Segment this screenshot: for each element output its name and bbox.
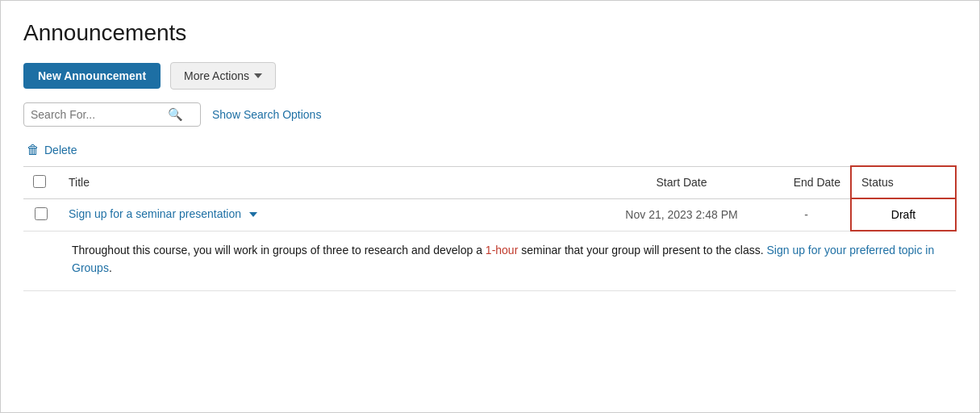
delete-link[interactable]: Delete	[44, 144, 77, 156]
select-all-checkbox[interactable]	[33, 175, 46, 188]
row-checkbox[interactable]	[35, 207, 48, 220]
col-header-start-date: Start Date	[601, 166, 762, 198]
announcement-title-link[interactable]: Sign up for a seminar presentation	[69, 207, 241, 220]
preview-text: Throughout this course, you will work in…	[72, 244, 934, 274]
col-header-title: Title	[59, 166, 601, 198]
col-header-checkbox	[23, 166, 59, 198]
search-input[interactable]	[31, 108, 168, 121]
preview-part3: .	[109, 261, 112, 274]
preview-content-cell: Throughout this course, you will work in…	[59, 231, 956, 290]
announcements-table: Title Start Date End Date Status Sign up…	[23, 165, 957, 291]
row-start-date: Nov 21, 2023 2:48 PM	[601, 198, 762, 231]
chevron-down-icon	[254, 73, 262, 78]
delete-bar: 🗑 Delete	[23, 143, 957, 157]
page-title: Announcements	[23, 20, 957, 46]
title-chevron-icon[interactable]	[249, 212, 257, 217]
row-title-cell: Sign up for a seminar presentation	[59, 198, 601, 231]
preview-row: Throughout this course, you will work in…	[23, 231, 956, 290]
preview-part2: seminar that your group will present to …	[518, 244, 766, 257]
col-header-status: Status	[851, 166, 956, 198]
table-row: Sign up for a seminar presentation Nov 2…	[23, 198, 956, 231]
preview-cell-empty	[23, 231, 59, 290]
show-search-options-link[interactable]: Show Search Options	[212, 108, 321, 121]
search-row: 🔍 Show Search Options	[23, 102, 957, 127]
preview-part1: Throughout this course, you will work in…	[72, 244, 486, 257]
row-checkbox-cell	[23, 198, 59, 231]
page-container: Announcements New Announcement More Acti…	[0, 0, 980, 413]
col-header-end-date: End Date	[762, 166, 851, 198]
trash-icon: 🗑	[27, 143, 40, 157]
preview-highlight: 1-hour	[486, 244, 518, 257]
search-icon: 🔍	[168, 107, 183, 122]
search-box: 🔍	[23, 102, 201, 127]
row-status: Draft	[851, 198, 956, 231]
more-actions-label: More Actions	[184, 69, 249, 82]
more-actions-button[interactable]: More Actions	[170, 62, 276, 90]
new-announcement-button[interactable]: New Announcement	[23, 63, 161, 89]
toolbar: New Announcement More Actions	[23, 62, 957, 90]
row-end-date: -	[762, 198, 851, 231]
